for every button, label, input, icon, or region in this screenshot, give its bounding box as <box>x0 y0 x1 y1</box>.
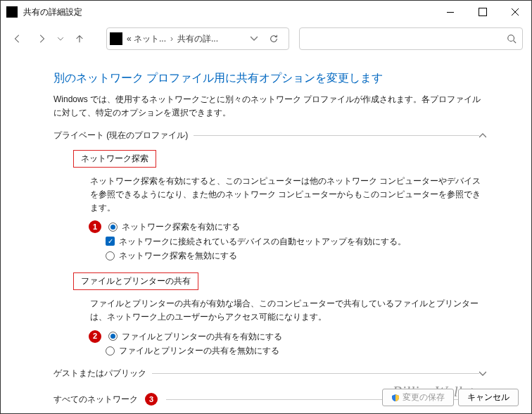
netdisc-enable-radio[interactable] <box>108 222 118 232</box>
folder-icon <box>110 32 122 45</box>
search-icon <box>507 34 517 44</box>
refresh-button[interactable] <box>262 34 286 44</box>
private-profile-label: プライベート (現在のプロファイル) <box>53 130 188 142</box>
close-button[interactable] <box>499 1 531 23</box>
svg-line-3 <box>514 41 517 44</box>
shield-icon <box>391 394 400 402</box>
guest-public-header[interactable]: ゲストまたはパブリック <box>53 368 486 380</box>
search-input[interactable] <box>305 34 507 44</box>
fileprint-enable-radio[interactable] <box>108 332 118 341</box>
app-icon <box>6 6 18 18</box>
chevron-down-icon[interactable] <box>479 370 486 377</box>
marker-3: 3 <box>145 393 158 406</box>
marker-1: 1 <box>89 220 101 233</box>
breadcrumb-seg-1[interactable]: « ネット... <box>127 33 166 45</box>
search-box[interactable] <box>299 27 523 50</box>
auto-setup-checkbox[interactable]: ✓ <box>106 237 115 246</box>
breadcrumb-sep: › <box>170 34 173 44</box>
guest-public-label: ゲストまたはパブリック <box>53 368 146 380</box>
fileprint-disable-radio[interactable] <box>106 346 115 356</box>
page-title: 別のネットワーク プロファイル用に共有オプションを変更します <box>53 71 486 86</box>
netdisc-enable-label[interactable]: ネットワーク探索を有効にする <box>122 220 240 234</box>
netdisc-disable-radio[interactable] <box>106 251 115 261</box>
address-bar[interactable]: « ネット... › 共有の詳... <box>106 27 289 50</box>
netdisc-disable-label[interactable]: ネットワーク探索を無効にする <box>119 249 237 263</box>
minimize-button[interactable] <box>434 1 467 23</box>
svg-point-2 <box>508 35 514 42</box>
maximize-button[interactable] <box>467 1 499 23</box>
fileprint-enable-label[interactable]: ファイルとプリンターの共有を有効にする <box>122 330 282 344</box>
save-button[interactable]: 変更の保存 <box>382 389 454 406</box>
recent-dropdown[interactable] <box>56 29 65 49</box>
chevron-down-icon[interactable] <box>251 35 258 42</box>
auto-setup-label[interactable]: ネットワークに接続されているデバイスの自動セットアップを有効にする。 <box>119 234 406 249</box>
cancel-button[interactable]: キャンセル <box>458 389 519 406</box>
titlebar: 共有の詳細設定 <box>1 1 531 23</box>
fileprint-disable-label[interactable]: ファイルとプリンターの共有を無効にする <box>119 344 279 358</box>
up-button[interactable] <box>70 29 89 49</box>
intro-text: Windows では、使用するネットワークごとに別々のネットワーク プロファイル… <box>53 93 486 120</box>
save-label: 変更の保存 <box>403 391 445 403</box>
network-discovery-heading: ネットワーク探索 <box>73 150 156 168</box>
footer-buttons: 変更の保存 キャンセル <box>382 389 519 406</box>
all-networks-label: すべてのネットワーク <box>53 394 138 406</box>
breadcrumb-seg-2[interactable]: 共有の詳... <box>177 33 218 45</box>
private-profile-header[interactable]: プライベート (現在のプロファイル) <box>53 130 486 142</box>
navbar: « ネット... › 共有の詳... <box>1 23 531 54</box>
forward-button[interactable] <box>32 29 51 49</box>
file-printer-heading: ファイルとプリンターの共有 <box>73 272 198 290</box>
chevron-up-icon[interactable] <box>479 132 486 139</box>
back-button[interactable] <box>8 29 27 49</box>
marker-2: 2 <box>89 330 101 343</box>
window-title: 共有の詳細設定 <box>23 6 434 18</box>
cancel-label: キャンセル <box>467 391 509 403</box>
network-discovery-desc: ネットワーク探索を有効にすると、このコンピューターは他のネットワーク コンピュー… <box>90 175 486 214</box>
file-printer-desc: ファイルとプリンターの共有が有効な場合、このコンピューターで共有しているファイル… <box>90 297 486 323</box>
content: 別のネットワーク プロファイル用に共有オプションを変更します Windows で… <box>1 54 531 414</box>
